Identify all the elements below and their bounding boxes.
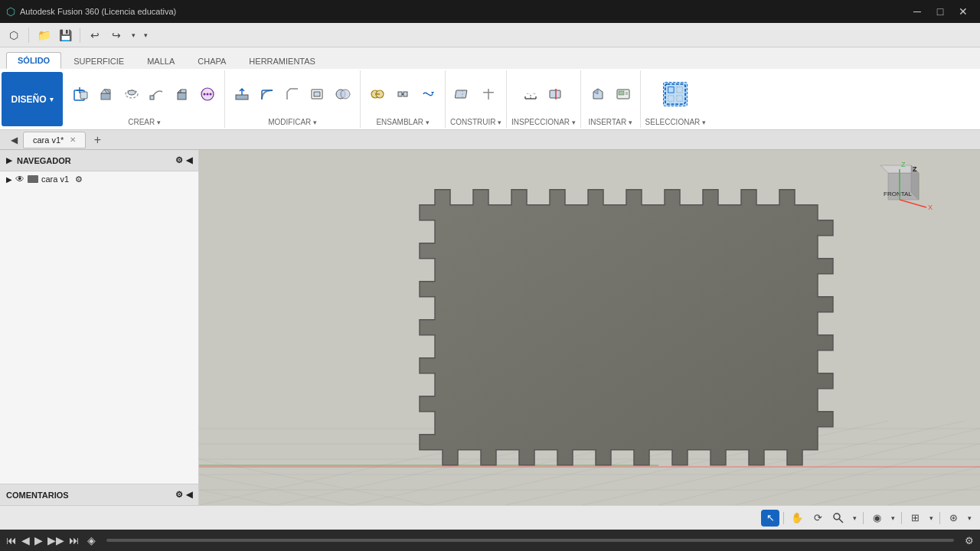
crear-more[interactable] xyxy=(195,82,220,106)
tool-zoom-dropdown[interactable]: ▾ xyxy=(850,510,859,527)
crear-revolve[interactable] xyxy=(119,82,144,106)
inspeccionar-label[interactable]: INSPECCIONAR xyxy=(511,116,576,126)
anim-play[interactable]: ▶ xyxy=(34,534,43,546)
svg-marker-28 xyxy=(431,92,434,94)
tab-solido[interactable]: SÓLIDO xyxy=(6,52,61,69)
file-tab-cara[interactable]: cara v1* ✕ xyxy=(23,132,86,148)
svg-rect-26 xyxy=(403,92,407,96)
3d-model xyxy=(397,182,856,505)
tool-zoom[interactable] xyxy=(829,510,848,527)
anim-settings-icon[interactable]: ⚙ xyxy=(965,535,974,546)
nav-expand-icon[interactable]: ▶ xyxy=(6,175,12,184)
tab-chapa[interactable]: CHAPA xyxy=(187,54,237,69)
anim-keyframe[interactable]: ◈ xyxy=(87,534,96,546)
save-button[interactable]: 💾 xyxy=(56,26,74,44)
anim-next-end[interactable]: ⏭ xyxy=(69,534,80,546)
ribbon-group-inspeccionar: ← → INSPECCIONAR xyxy=(507,70,581,128)
insertar-decal[interactable] xyxy=(586,82,610,106)
tool-display-mode[interactable]: ◉ xyxy=(867,510,886,527)
anim-prev[interactable]: ◀ xyxy=(21,534,30,546)
tool-grid-dropdown[interactable]: ▾ xyxy=(926,510,936,527)
crear-box[interactable] xyxy=(170,82,194,106)
tool-select[interactable]: ↖ xyxy=(761,510,779,527)
construir-axis[interactable] xyxy=(476,82,501,106)
undo-dropdown[interactable]: ▾ xyxy=(129,26,138,44)
modificar-label[interactable]: MODIFICAR xyxy=(268,116,317,126)
tool-snap-dropdown[interactable]: ▾ xyxy=(965,510,974,527)
seleccionar-icons xyxy=(663,72,688,116)
inspeccionar-section[interactable] xyxy=(544,82,568,106)
new-tab-button[interactable]: + xyxy=(87,132,107,148)
crear-sweep[interactable] xyxy=(145,82,169,106)
maximize-button[interactable]: □ xyxy=(929,4,951,19)
tab-superficie[interactable]: SUPERFICIE xyxy=(63,54,135,69)
seleccionar-label[interactable]: SELECCIONAR xyxy=(645,116,706,126)
title-bar: ⬡ Autodesk Fusion 360 (Licencia educativ… xyxy=(0,0,980,23)
anim-next[interactable]: ▶▶ xyxy=(47,534,64,546)
seleccionar-tool[interactable] xyxy=(663,82,688,106)
panel-spacer xyxy=(0,187,198,484)
tab-herramientas[interactable]: HERRAMIENTAS xyxy=(238,54,326,69)
modificar-icons xyxy=(230,72,355,116)
status-sep xyxy=(783,512,784,524)
tool-orbit[interactable]: ⟳ xyxy=(808,510,827,527)
modificar-press-pull[interactable] xyxy=(230,82,254,106)
design-dropdown[interactable]: DISEÑO ▾ xyxy=(2,72,63,126)
svg-text:←  →: ← → xyxy=(526,91,537,96)
inspeccionar-measure[interactable]: ← → xyxy=(518,82,543,106)
svg-rect-3 xyxy=(80,92,87,99)
app-title: Autodesk Fusion 360 (Licencia educativa) xyxy=(20,7,176,16)
construir-label[interactable]: CONSTRUIR xyxy=(450,116,501,126)
svg-line-70 xyxy=(199,459,429,505)
svg-rect-49 xyxy=(677,87,683,93)
construir-plane[interactable] xyxy=(451,82,475,106)
ensamblar-rigid[interactable] xyxy=(390,82,415,106)
file-button[interactable]: 📁 xyxy=(34,26,53,44)
viewport[interactable]: Z FRONTAL X Z xyxy=(199,150,980,505)
status-sep4 xyxy=(939,512,940,524)
redo-dropdown[interactable]: ▾ xyxy=(141,26,150,44)
anim-prev-start[interactable]: ⏮ xyxy=(6,534,17,546)
navigator-collapse-icon[interactable]: ◀ xyxy=(186,155,192,165)
modificar-shell[interactable] xyxy=(305,82,330,106)
grid-menu-button[interactable]: ⬡ xyxy=(5,26,23,44)
navigator-settings-icon[interactable]: ⚙ xyxy=(175,155,183,165)
file-tab-close[interactable]: ✕ xyxy=(70,135,76,144)
nav-item-cara[interactable]: ▶ 👁 cara v1 ⚙ xyxy=(0,171,198,187)
expand-icon[interactable]: ▶ xyxy=(6,156,12,165)
back-arrow[interactable]: ◀ xyxy=(5,131,23,149)
svg-rect-38 xyxy=(550,90,560,98)
anim-timeline[interactable] xyxy=(106,539,954,542)
top-toolbar: ⬡ 📁 💾 ↩ ↪ ▾ ▾ xyxy=(0,23,980,47)
modificar-fillet[interactable] xyxy=(255,82,279,106)
comments-collapse-icon[interactable]: ◀ xyxy=(186,490,192,500)
close-button[interactable]: ✕ xyxy=(952,4,974,19)
crear-new-component[interactable] xyxy=(69,82,93,106)
svg-text:Z: Z xyxy=(913,165,917,173)
crear-label[interactable]: CREAR xyxy=(128,116,161,126)
ensamblar-joint[interactable] xyxy=(365,82,390,106)
minimize-button[interactable]: ─ xyxy=(906,4,928,19)
crear-extrude[interactable] xyxy=(94,82,119,106)
ribbon-group-construir: CONSTRUIR xyxy=(446,70,507,128)
insertar-canvas[interactable] xyxy=(611,82,635,106)
ensamblar-motion[interactable] xyxy=(416,82,440,106)
tool-display-dropdown[interactable]: ▾ xyxy=(888,510,897,527)
modificar-combine[interactable] xyxy=(331,82,355,106)
svg-line-83 xyxy=(839,519,843,523)
svg-rect-29 xyxy=(455,90,467,98)
nav-eye-icon[interactable]: 👁 xyxy=(15,174,24,184)
ensamblar-label[interactable]: ENSAMBLAR xyxy=(376,116,429,126)
tool-grid[interactable]: ⊞ xyxy=(906,510,924,527)
comments-settings-icon[interactable]: ⚙ xyxy=(175,490,183,500)
tool-snap[interactable]: ⊛ xyxy=(944,510,962,527)
ribbon: DISEÑO ▾ CREAR xyxy=(0,69,980,130)
nav-item-label: cara v1 xyxy=(41,174,69,184)
nav-item-settings-icon[interactable]: ⚙ xyxy=(75,174,83,184)
modificar-chamfer[interactable] xyxy=(280,82,305,106)
tool-pan[interactable]: ✋ xyxy=(788,510,806,527)
undo-button[interactable]: ↩ xyxy=(86,26,104,44)
tab-malla[interactable]: MALLA xyxy=(136,54,185,69)
insertar-label[interactable]: INSERTAR xyxy=(589,116,632,126)
redo-button[interactable]: ↪ xyxy=(107,26,126,44)
